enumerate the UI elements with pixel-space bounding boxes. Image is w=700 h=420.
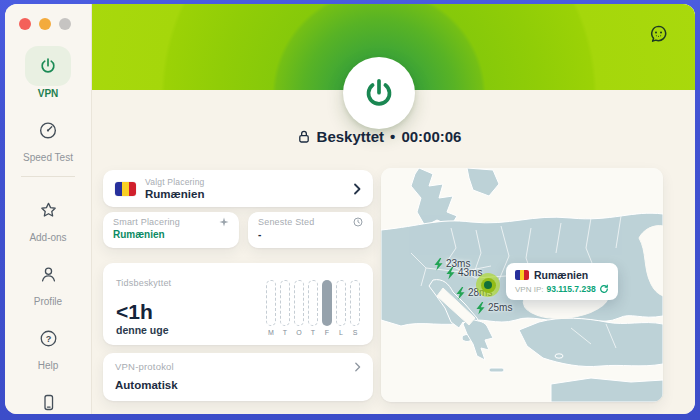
clock-icon xyxy=(353,217,363,227)
usage-bar xyxy=(308,280,318,326)
connection-status: Beskyttet • 00:00:06 xyxy=(92,128,666,145)
vpn-app-window: VPN Speed Test Add-ons xyxy=(5,4,695,414)
sidebar: VPN Speed Test Add-ons xyxy=(5,4,92,414)
sidebar-item-label: Add-ons xyxy=(29,232,66,243)
selected-location-card[interactable]: Valgt Placering Rumænien xyxy=(103,170,373,207)
day-label: T xyxy=(308,329,318,336)
sidebar-item-label: Profile xyxy=(34,296,62,307)
close-icon[interactable] xyxy=(19,18,31,30)
latency-pin: 25ms xyxy=(475,302,512,315)
chevron-right-icon xyxy=(354,362,361,372)
power-icon xyxy=(25,46,71,86)
help-circle-icon: ? xyxy=(25,318,71,358)
day-label: F xyxy=(322,329,332,336)
usage-bar xyxy=(266,280,276,326)
session-timer: 00:00:06 xyxy=(401,128,461,145)
sidebar-item-label: Help xyxy=(38,360,59,371)
last-location-value: - xyxy=(258,229,363,240)
sidebar-item-label: VPN xyxy=(38,88,59,99)
time-protected-card: Tidsbeskyttet <1h denne uge xyxy=(103,263,373,345)
vpn-ip-value: 93.115.7.238 xyxy=(546,284,595,294)
latency-value: 25ms xyxy=(488,302,512,313)
status-label: Beskyttet xyxy=(317,128,385,145)
desktop-background: VPN Speed Test Add-ons xyxy=(0,0,700,420)
refresh-icon[interactable] xyxy=(599,284,609,294)
feedback-chat-icon[interactable] xyxy=(648,23,669,44)
romania-flag-icon xyxy=(515,270,529,280)
usage-bar xyxy=(336,280,346,326)
selected-location-value: Rumænien xyxy=(145,188,344,200)
smart-location-value: Rumænien xyxy=(113,229,229,240)
day-label: S xyxy=(350,329,360,336)
gauge-icon xyxy=(25,110,71,150)
user-icon xyxy=(25,254,71,294)
usage-bar-active xyxy=(322,280,332,326)
usage-bar xyxy=(350,280,360,326)
server-tooltip: Rumænien VPN IP: 93.115.7.238 xyxy=(506,263,618,300)
minimize-icon[interactable] xyxy=(39,18,51,30)
connected-location-marker xyxy=(476,273,500,297)
usage-bar xyxy=(294,280,304,326)
bolt-icon xyxy=(445,267,456,280)
bolt-icon xyxy=(455,287,466,300)
sidebar-nav: VPN Speed Test Add-ons xyxy=(5,46,91,414)
vpn-ip-label: VPN IP: xyxy=(515,285,543,294)
star-icon xyxy=(25,190,71,230)
sidebar-divider xyxy=(21,176,75,177)
smart-location-label: Smart Placering xyxy=(113,217,180,227)
tooltip-country: Rumænien xyxy=(534,269,588,281)
sidebar-item-label: Speed Test xyxy=(23,152,73,163)
sidebar-item-go-mobile[interactable]: Go Mobile xyxy=(25,382,71,414)
sparkle-icon xyxy=(219,217,229,227)
sidebar-item-profile[interactable]: Profile xyxy=(25,254,71,307)
power-icon xyxy=(362,76,396,110)
day-label: T xyxy=(280,329,290,336)
phone-icon xyxy=(25,382,71,414)
usage-bar xyxy=(280,280,290,326)
day-labels: M T O T F L S xyxy=(266,329,360,336)
last-location-card[interactable]: Seneste Sted - xyxy=(248,212,373,248)
day-label: O xyxy=(294,329,304,336)
smart-location-card[interactable]: Smart Placering Rumænien xyxy=(103,212,239,248)
power-button[interactable] xyxy=(343,57,415,129)
status-separator: • xyxy=(390,128,395,145)
vpn-protocol-value: Automatisk xyxy=(115,379,361,391)
vpn-protocol-label: VPN-protokol xyxy=(115,361,174,372)
bolt-icon xyxy=(433,258,444,271)
time-protected-value: <1h xyxy=(116,301,169,322)
svg-text:?: ? xyxy=(45,333,51,343)
sidebar-item-vpn[interactable]: VPN xyxy=(25,46,71,99)
day-label: L xyxy=(336,329,346,336)
last-location-label: Seneste Sted xyxy=(258,217,314,227)
fullscreen-icon[interactable] xyxy=(59,18,71,30)
bolt-icon xyxy=(475,302,486,315)
sidebar-item-add-ons[interactable]: Add-ons xyxy=(25,190,71,243)
sidebar-item-speed-test[interactable]: Speed Test xyxy=(23,110,73,163)
usage-bars xyxy=(266,280,360,326)
window-controls xyxy=(19,18,71,30)
main-area: Beskyttet • 00:00:06 Valgt Placering Rum… xyxy=(92,4,695,414)
weekly-usage-chart: M T O T F L S xyxy=(266,280,360,336)
sidebar-item-help[interactable]: ? Help xyxy=(25,318,71,371)
time-protected-summary: <1h denne uge xyxy=(116,301,169,336)
romania-flag-icon xyxy=(115,182,136,196)
vpn-protocol-card[interactable]: VPN-protokol Automatisk xyxy=(103,353,373,401)
day-label: M xyxy=(266,329,276,336)
lock-icon xyxy=(297,129,311,144)
map-card: 23ms 43ms 28ms 25ms xyxy=(381,168,663,402)
chevron-right-icon xyxy=(353,183,361,195)
selected-location-label: Valgt Placering xyxy=(145,177,344,187)
time-protected-period: denne uge xyxy=(116,324,169,336)
